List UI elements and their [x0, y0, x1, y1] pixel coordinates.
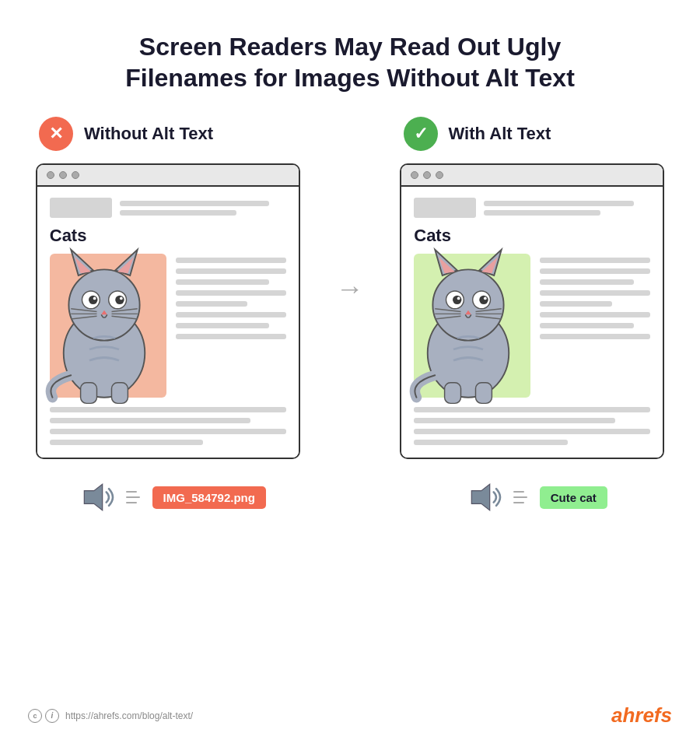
- b-line-1: [50, 407, 286, 412]
- right-sound-waves: [513, 491, 527, 503]
- right-bottom-lines: [414, 407, 650, 445]
- main-container: Screen Readers May Read Out Ugly Filenam…: [0, 0, 700, 740]
- c-line-7: [176, 323, 270, 328]
- svg-point-1: [68, 269, 139, 340]
- arrow-icon: →: [336, 272, 364, 305]
- c-line-3: [176, 279, 270, 285]
- left-filename-badge: IMG_584792.png: [152, 486, 266, 509]
- left-browser-bar: [37, 165, 299, 187]
- right-header-box: [414, 198, 476, 218]
- page-title: Screen Readers May Read Out Ugly Filenam…: [78, 31, 622, 93]
- wave-2: [126, 496, 140, 498]
- c-line-1: [176, 258, 286, 263]
- rc-line-5: [540, 301, 611, 307]
- left-speaker-icon: [78, 478, 117, 517]
- rc-line-4: [540, 290, 650, 296]
- right-column: ✓ With Alt Text: [396, 117, 670, 517]
- left-column: ✕ Without Alt Text: [31, 117, 305, 517]
- rh-line-2: [484, 210, 600, 216]
- left-label-text: Without Alt Text: [84, 124, 213, 144]
- dot1: [47, 171, 54, 179]
- svg-point-30: [453, 296, 461, 304]
- left-header-block: [50, 198, 286, 218]
- c-line-6: [176, 312, 286, 317]
- rc-line-2: [540, 268, 650, 274]
- good-icon: ✓: [404, 117, 438, 151]
- right-label-row: ✓ With Alt Text: [396, 117, 551, 151]
- columns: ✕ Without Alt Text: [31, 117, 669, 517]
- left-content-lines: [176, 254, 286, 339]
- right-cat-image-box: [414, 254, 530, 398]
- left-readout-area: IMG_584792.png: [70, 478, 266, 517]
- right-speaker-icon: [465, 478, 504, 517]
- svg-point-32: [457, 297, 460, 300]
- r-wave-2: [513, 496, 527, 498]
- footer: c i https://ahrefs.com/blog/alt-text/ ah…: [0, 703, 700, 728]
- svg-point-8: [89, 296, 97, 304]
- right-content-lines: [540, 254, 650, 339]
- left-header-lines: [120, 201, 286, 216]
- right-header-block: [414, 198, 650, 218]
- svg-point-23: [433, 269, 504, 340]
- rb-line-2: [414, 418, 614, 423]
- info-icon: i: [45, 709, 59, 723]
- right-cat-svg: [394, 234, 542, 405]
- dot3: [72, 171, 79, 179]
- left-cat-svg: [30, 234, 178, 405]
- rc-line-6: [540, 312, 650, 317]
- r-dot3: [436, 171, 443, 179]
- r-wave-1: [513, 491, 524, 493]
- c-line-5: [176, 301, 247, 307]
- right-browser-bar: [401, 165, 663, 187]
- right-label-text: With Alt Text: [449, 124, 551, 144]
- left-content-row: [50, 254, 286, 398]
- left-bottom-lines: [50, 407, 286, 445]
- rc-line-3: [540, 279, 634, 285]
- c-line-8: [176, 334, 286, 339]
- r-dot1: [411, 171, 418, 179]
- svg-rect-19: [80, 383, 96, 404]
- rb-line-4: [414, 440, 568, 445]
- right-header-lines: [484, 201, 650, 216]
- svg-marker-21: [84, 484, 102, 510]
- left-header-box: [50, 198, 112, 218]
- c-line-4: [176, 290, 286, 296]
- left-browser-content: Cats: [37, 187, 299, 458]
- h-line-1: [120, 201, 270, 206]
- svg-rect-42: [476, 383, 492, 404]
- footer-url[interactable]: https://ahrefs.com/blog/alt-text/: [65, 710, 193, 721]
- ahrefs-logo: ahrefs: [611, 703, 672, 728]
- left-label-row: ✕ Without Alt Text: [31, 117, 213, 151]
- svg-rect-41: [445, 383, 461, 404]
- b-line-4: [50, 440, 204, 445]
- bad-icon: ✕: [39, 117, 73, 151]
- left-browser: Cats: [36, 163, 300, 459]
- right-browser: Cats: [400, 163, 664, 459]
- cc-icon: c: [28, 709, 42, 723]
- rh-line-1: [484, 201, 634, 206]
- right-readout-area: Cute cat: [457, 478, 607, 517]
- svg-rect-20: [111, 383, 128, 404]
- h-line-2: [120, 210, 236, 216]
- wave-3: [126, 502, 137, 503]
- left-sound-waves: [126, 491, 140, 503]
- right-content-row: [414, 254, 650, 398]
- svg-point-31: [480, 296, 488, 304]
- wave-1: [126, 491, 137, 493]
- b-line-3: [50, 429, 286, 434]
- rc-line-1: [540, 258, 650, 263]
- svg-marker-43: [471, 484, 489, 510]
- rc-line-7: [540, 323, 634, 328]
- svg-point-11: [120, 297, 123, 300]
- right-browser-content: Cats: [401, 187, 663, 458]
- rc-line-8: [540, 334, 650, 339]
- footer-left: c i https://ahrefs.com/blog/alt-text/: [28, 709, 193, 723]
- b-line-2: [50, 418, 250, 423]
- svg-point-33: [484, 297, 487, 300]
- footer-icons: c i: [28, 709, 59, 723]
- svg-point-9: [115, 296, 124, 304]
- svg-point-10: [93, 297, 96, 300]
- rb-line-3: [414, 429, 650, 434]
- left-cat-image-box: [50, 254, 166, 398]
- r-dot2: [423, 171, 431, 179]
